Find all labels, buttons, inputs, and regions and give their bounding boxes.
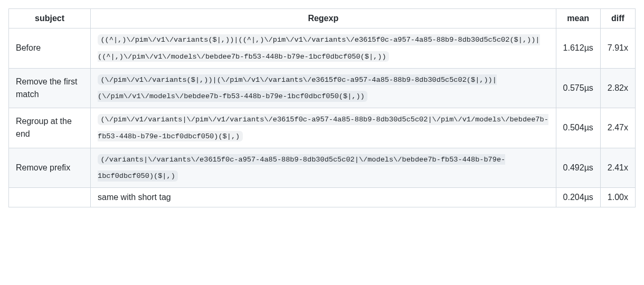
cell-subject: Remove prefix <box>9 148 91 188</box>
table-row: Remove prefix(/variants|\/variants\/e361… <box>9 148 636 188</box>
table-row: Before((^|,)\/pim\/v1\/variants($|,))|((… <box>9 28 636 69</box>
cell-subject: Before <box>9 28 91 69</box>
regexp-code: (/variants|\/variants\/e3615f0c-a957-4a8… <box>98 154 505 182</box>
header-regexp: Regexp <box>91 9 556 28</box>
cell-regexp: same with short tag <box>91 188 556 207</box>
header-diff: diff <box>600 9 635 28</box>
regexp-code: (\/pim\/v1\/variants($|,))|(\/pim\/v1\/v… <box>98 74 497 102</box>
cell-subject: Remove the first match <box>9 68 91 108</box>
cell-regexp: (\/pim\/v1/variants|\/pim\/v1/variants\/… <box>91 108 556 148</box>
header-subject: subject <box>9 9 91 28</box>
cell-mean: 0.504µs <box>556 108 600 148</box>
cell-subject <box>9 188 91 207</box>
cell-regexp: ((^|,)\/pim\/v1\/variants($|,))|((^|,)\/… <box>91 28 556 69</box>
cell-subject: Regroup at the end <box>9 108 91 148</box>
table-header-row: subject Regexp mean diff <box>9 9 636 28</box>
cell-diff: 7.91x <box>600 28 635 69</box>
cell-mean: 0.492µs <box>556 148 600 188</box>
regexp-code: (\/pim\/v1/variants|\/pim\/v1/variants\/… <box>98 114 548 141</box>
table-row: same with short tag0.204µs1.00x <box>9 188 636 207</box>
cell-mean: 0.575µs <box>556 68 600 108</box>
cell-mean: 1.612µs <box>556 28 600 69</box>
regexp-code: ((^|,)\/pim\/v1\/variants($|,))|((^|,)\/… <box>98 34 540 62</box>
cell-regexp: (\/pim\/v1\/variants($|,))|(\/pim\/v1\/v… <box>91 68 556 108</box>
cell-diff: 2.82x <box>600 68 635 108</box>
cell-diff: 1.00x <box>600 188 635 207</box>
table-row: Remove the first match(\/pim\/v1\/varian… <box>9 68 636 108</box>
benchmark-table: subject Regexp mean diff Before((^|,)\/p… <box>8 8 636 207</box>
table-row: Regroup at the end(\/pim\/v1/variants|\/… <box>9 108 636 148</box>
cell-diff: 2.41x <box>600 148 635 188</box>
cell-regexp: (/variants|\/variants\/e3615f0c-a957-4a8… <box>91 148 556 188</box>
header-mean: mean <box>556 9 600 28</box>
cell-diff: 2.47x <box>600 108 635 148</box>
cell-mean: 0.204µs <box>556 188 600 207</box>
